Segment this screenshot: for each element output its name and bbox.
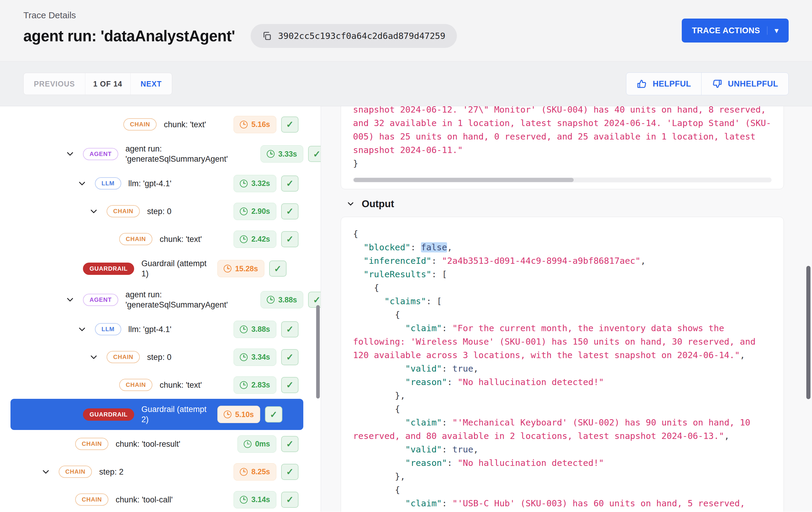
span-detail-panel: snapshot 2024-06-12. '27\" Monitor' (SKU… (321, 106, 812, 512)
helpful-label: HELPFUL (653, 79, 691, 89)
span-type-badge: AGENT (83, 148, 118, 160)
span-row-llm[interactable]: LLM llm: 'gpt-4.1' 3.88s ✓ (10, 315, 303, 343)
span-row-chunk-tool-call[interactable]: CHAIN chunk: 'tool-call' 3.14s ✓ (10, 486, 303, 512)
duration-pill: 5.10s (218, 406, 260, 423)
span-type-badge: CHAIN (59, 465, 92, 478)
clock-icon (244, 440, 252, 448)
success-check-icon: ✓ (308, 146, 321, 162)
span-row-chunk-text[interactable]: CHAIN chunk: 'text' 2.42s ✓ (10, 225, 303, 253)
span-position-indicator: 1 OF 14 (85, 73, 130, 95)
chevron-down-icon[interactable] (77, 178, 95, 189)
success-check-icon: ✓ (281, 175, 298, 192)
span-type-badge: CHAIN (107, 205, 140, 217)
span-label: chunk: 'text' (164, 119, 230, 130)
output-code: { "blocked": false, "inferenceId": "2a4b… (353, 227, 772, 510)
span-label: chunk: 'text' (160, 380, 230, 390)
span-row-chunk-text[interactable]: CHAIN chunk: 'text' 2.83s ✓ (10, 371, 303, 399)
span-label: step: 0 (147, 352, 230, 362)
next-span-button[interactable]: NEXT (130, 73, 172, 95)
span-row-llm[interactable]: LLM llm: 'gpt-4.1' 3.32s ✓ (10, 169, 303, 197)
input-json-text: snapshot 2024-06-12. '27\" Monitor' (SKU… (353, 106, 772, 157)
span-row-guardrail-attempt-2-selected[interactable]: GUARDRAIL Guardrail (attempt 2) 5.10s ✓ (10, 399, 303, 430)
main-content: CHAIN chunk: 'text' 5.16s ✓ AGENT agent … (0, 106, 812, 512)
duration-pill: 3.34s (234, 348, 277, 366)
span-label: agent run: 'generateSqlSummaryAgent' (125, 289, 257, 310)
input-json-closing-brace: } (353, 157, 772, 170)
span-row-agent-run[interactable]: AGENT agent run: 'generateSqlSummaryAgen… (10, 284, 321, 315)
span-type-badge: GUARDRAIL (83, 408, 134, 421)
span-type-badge: CHAIN (119, 379, 152, 391)
title-row: agent run: 'dataAnalystAgent' 3902cc5c19… (23, 24, 789, 48)
span-label: llm: 'gpt-4.1' (128, 178, 230, 189)
thumbs-down-icon (712, 79, 723, 89)
output-section-header[interactable]: Output (346, 198, 812, 209)
duration-pill: 2.90s (234, 203, 277, 220)
span-type-badge: LLM (95, 323, 121, 335)
span-row-agent-run[interactable]: AGENT agent run: 'generateSqlSummaryAgen… (10, 138, 321, 169)
previous-span-button[interactable]: PREVIOUS (24, 73, 85, 95)
success-check-icon: ✓ (265, 406, 282, 423)
span-type-badge: CHAIN (75, 493, 108, 506)
duration-pill: 2.42s (234, 231, 277, 248)
trace-details-header: Trace Details agent run: 'dataAnalystAge… (0, 0, 812, 61)
unhelpful-button[interactable]: UNHELPFUL (701, 73, 788, 95)
span-row-chunk-text[interactable]: CHAIN chunk: 'text' 5.16s ✓ (10, 111, 303, 138)
output-json-box: { "blocked": false, "inferenceId": "2a4b… (341, 217, 784, 512)
trace-details-page: Trace Details agent run: 'dataAnalystAge… (0, 0, 812, 512)
trace-span-tree: CHAIN chunk: 'text' 5.16s ✓ AGENT agent … (0, 106, 321, 512)
clock-icon (267, 296, 274, 304)
success-check-icon: ✓ (281, 321, 298, 337)
chevron-down-icon[interactable] (41, 467, 59, 477)
success-check-icon: ✓ (281, 116, 298, 133)
success-check-icon: ✓ (281, 203, 298, 220)
success-check-icon: ✓ (281, 349, 298, 365)
span-type-badge: CHAIN (119, 233, 152, 245)
horizontal-scrollbar[interactable] (353, 177, 772, 182)
horizontal-scrollbar-thumb[interactable] (354, 178, 574, 182)
duration-pill: 3.33s (260, 145, 303, 163)
span-type-badge: LLM (95, 177, 121, 190)
clock-icon (240, 180, 248, 188)
helpful-button[interactable]: HELPFUL (626, 73, 701, 95)
span-label: step: 0 (147, 206, 230, 217)
clock-icon (240, 235, 248, 243)
input-section-box: snapshot 2024-06-12. '27\" Monitor' (SKU… (341, 106, 784, 189)
success-check-icon: ✓ (281, 436, 298, 452)
span-pager: PREVIOUS 1 OF 14 NEXT (23, 73, 172, 95)
clock-icon (224, 410, 231, 418)
chevron-down-icon[interactable] (65, 295, 83, 305)
span-label: agent run: 'generateSqlSummaryAgent' (125, 144, 257, 164)
feedback-button-group: HELPFUL UNHELPFUL (626, 73, 789, 95)
success-check-icon: ✓ (281, 492, 298, 508)
tree-scrollbar-thumb[interactable] (316, 305, 320, 399)
span-row-step-2[interactable]: CHAIN step: 2 8.25s ✓ (10, 458, 303, 486)
copy-trace-id-button[interactable]: 3902cc5c193cf0a64c2d6ad879d47259 (251, 24, 457, 48)
clock-icon (240, 207, 248, 215)
page-title: agent run: 'dataAnalystAgent' (23, 27, 235, 45)
trace-actions-button[interactable]: TRACE ACTIONS ▾ (682, 19, 789, 42)
success-check-icon: ✓ (281, 377, 298, 393)
chevron-down-icon[interactable] (89, 352, 107, 362)
span-row-step-0[interactable]: CHAIN step: 0 2.90s ✓ (10, 197, 303, 225)
span-label: chunk: 'tool-result' (116, 439, 234, 449)
copy-icon (262, 31, 271, 41)
duration-pill: 3.88s (234, 321, 277, 338)
span-row-guardrail-attempt-1[interactable]: GUARDRAIL Guardrail (attempt 1) 15.28s ✓ (10, 253, 303, 284)
clock-icon (240, 325, 248, 333)
span-row-chunk-tool-result[interactable]: CHAIN chunk: 'tool-result' 0ms ✓ (10, 430, 303, 458)
span-label: llm: 'gpt-4.1' (128, 324, 230, 335)
span-row-step-0[interactable]: CHAIN step: 0 3.34s ✓ (10, 343, 303, 371)
duration-pill: 5.16s (234, 116, 277, 133)
span-type-badge: CHAIN (107, 351, 140, 363)
page-scrollbar-thumb[interactable] (806, 266, 811, 399)
trace-actions-label: TRACE ACTIONS (692, 26, 760, 35)
chevron-down-icon[interactable] (77, 324, 95, 335)
chevron-down-icon[interactable] (89, 206, 107, 217)
duration-pill: 8.25s (234, 463, 277, 481)
clock-icon (224, 265, 231, 273)
clock-icon (240, 353, 248, 361)
span-label: step: 2 (99, 467, 230, 477)
span-label: chunk: 'tool-call' (116, 495, 230, 505)
chevron-down-icon[interactable] (65, 149, 83, 159)
clock-icon (240, 468, 248, 476)
